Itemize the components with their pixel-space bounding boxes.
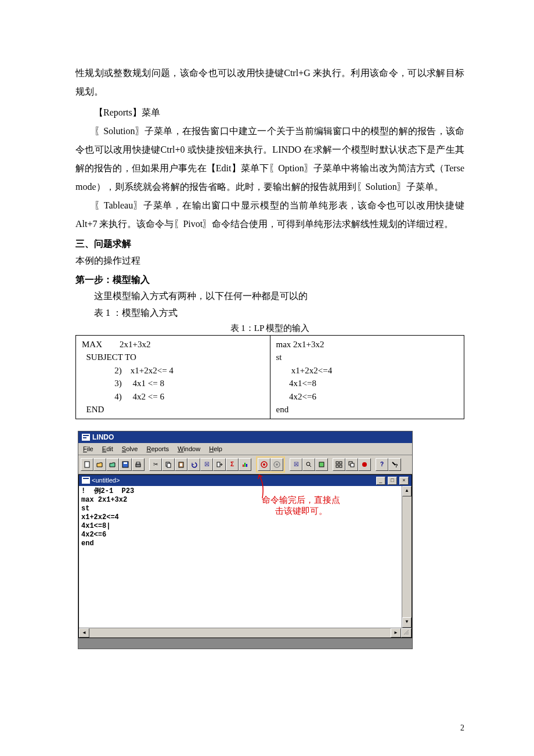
svg-rect-12: [217, 462, 220, 467]
cut-button[interactable]: ✂: [149, 458, 162, 471]
report-button[interactable]: [315, 458, 328, 471]
cascade-button[interactable]: [345, 458, 358, 471]
paste-button[interactable]: [175, 458, 187, 471]
maximize-button[interactable]: □: [388, 477, 397, 485]
context-help-button[interactable]: ?: [388, 458, 401, 471]
copy-button[interactable]: [162, 458, 175, 471]
svg-line-21: [309, 465, 311, 467]
svg-rect-15: [246, 464, 247, 467]
stats-button[interactable]: [239, 458, 251, 471]
save-button[interactable]: [119, 458, 132, 471]
paragraph-4: 〖Tableau〗子菜单，在输出窗口中显示模型的当前单纯形表，该命令也可以改用快…: [75, 196, 464, 233]
svg-rect-1: [83, 435, 89, 436]
svg-rect-3: [85, 462, 89, 467]
svg-rect-31: [82, 477, 90, 484]
solve-all-button[interactable]: [270, 458, 283, 471]
goto-button[interactable]: [213, 458, 226, 471]
step-1-desc: 这里模型输入方式有两种，以下任何一种都是可以的: [75, 288, 464, 305]
sigma-button[interactable]: Σ: [226, 458, 239, 471]
menubar: File Edit Solve Reports Window Help: [78, 443, 412, 455]
toolbar: ✂ ☒ Σ ☒: [78, 455, 412, 474]
window-controls: _ □ ×: [376, 476, 409, 485]
menu-file[interactable]: File: [80, 444, 97, 453]
horizontal-scrollbar[interactable]: ◄ ►: [79, 628, 412, 638]
app-title: LINDO: [92, 433, 114, 441]
editor-window: <untitled> _ □ × ! 例2-1 P23 max 2x1+3x2 …: [78, 474, 412, 638]
solution-button[interactable]: ☒: [290, 458, 302, 471]
print-button[interactable]: [132, 458, 145, 471]
table-caption: 表 1：LP 模型的输入: [75, 323, 464, 334]
lindo-app-window: LINDO File Edit Solve Reports Window Hel…: [78, 431, 413, 649]
close-all-button[interactable]: [358, 458, 371, 471]
step-1-heading: 第一步：模型输入: [75, 272, 464, 289]
tile-button[interactable]: [333, 458, 345, 471]
help-button[interactable]: ?: [376, 458, 388, 471]
app-icon: [82, 434, 90, 441]
section-3-heading: 三、问题求解: [75, 236, 464, 253]
solve-x-button[interactable]: ☒: [200, 458, 213, 471]
svg-rect-28: [351, 463, 354, 467]
svg-point-29: [362, 462, 367, 467]
menu-reports[interactable]: Reports: [143, 444, 172, 453]
table-cell-left: MAX 2x1+3x2 SUBJECT TO 2) x1+2x2<= 4 3) …: [76, 335, 270, 419]
menu-help[interactable]: Help: [205, 444, 226, 453]
svg-line-35: [407, 633, 409, 635]
close-button[interactable]: ×: [399, 477, 409, 485]
scroll-left-button[interactable]: ◄: [79, 628, 89, 638]
table-cell-right: max 2x1+3x2 st x1+2x2<=4 4x1<=8 4x2<=6 e…: [270, 335, 464, 419]
new-button[interactable]: [81, 458, 93, 471]
vertical-scrollbar[interactable]: ▲ ▼: [402, 486, 412, 628]
svg-rect-26: [340, 465, 342, 467]
table-intro: 表 1 ：模型输入方式: [75, 305, 464, 322]
svg-rect-13: [243, 465, 244, 467]
app-titlebar[interactable]: LINDO: [78, 431, 412, 443]
svg-rect-11: [180, 463, 182, 466]
svg-rect-24: [340, 462, 342, 464]
sizegrip-icon[interactable]: [401, 628, 412, 638]
menu-edit[interactable]: Edit: [99, 444, 117, 453]
undo-button[interactable]: [187, 458, 200, 471]
table-row: MAX 2x1+3x2 SUBJECT TO 2) x1+2x2<= 4 3) …: [76, 335, 464, 419]
paragraph-3: 〖Solution〗子菜单，在报告窗口中建立一个关于当前编辑窗口中的模型的解的报…: [75, 122, 464, 196]
editor-titlebar[interactable]: <untitled> _ □ ×: [79, 475, 412, 486]
procedure-line: 本例的操作过程: [75, 253, 464, 269]
svg-point-17: [263, 463, 265, 466]
open-button[interactable]: [93, 458, 106, 471]
scroll-down-button[interactable]: ▼: [402, 617, 412, 628]
svg-rect-2: [83, 437, 86, 438]
svg-rect-22: [319, 462, 324, 467]
paragraph-1: 性规划或整数规划问题，该命令也可以改用快捷键Ctrl+G 来执行。利用该命令，可…: [75, 64, 464, 101]
mdi-area: <untitled> _ □ × ! 例2-1 P23 max 2x1+3x2 …: [78, 474, 412, 649]
svg-rect-6: [136, 464, 140, 467]
solve-target-button[interactable]: [258, 458, 270, 471]
view-button[interactable]: [106, 458, 119, 471]
editor-title: <untitled>: [92, 477, 120, 484]
minimize-button[interactable]: _: [376, 477, 385, 485]
code-editor[interactable]: ! 例2-1 P23 max 2x1+3x2 st x1+2x2<=4 4x1<…: [79, 486, 402, 628]
svg-rect-9: [167, 463, 171, 467]
doc-icon: [82, 477, 90, 484]
svg-rect-23: [336, 462, 338, 464]
svg-rect-7: [136, 462, 140, 464]
svg-rect-32: [83, 478, 89, 479]
page-number: 2: [460, 723, 464, 733]
menu-solve[interactable]: Solve: [118, 444, 142, 453]
find-button[interactable]: [302, 458, 315, 471]
svg-text:?: ?: [395, 463, 398, 468]
svg-rect-5: [124, 462, 127, 464]
paragraph-2: 【Reports】菜单: [75, 103, 464, 122]
scroll-up-button[interactable]: ▲: [402, 486, 412, 496]
model-input-table: MAX 2x1+3x2 SUBJECT TO 2) x1+2x2<= 4 3) …: [75, 335, 464, 419]
svg-rect-25: [336, 465, 338, 467]
solve-button-group: [256, 456, 285, 473]
menu-window[interactable]: Window: [174, 444, 204, 453]
svg-rect-14: [244, 463, 246, 467]
svg-point-19: [276, 463, 278, 466]
scroll-right-button[interactable]: ►: [391, 628, 401, 638]
